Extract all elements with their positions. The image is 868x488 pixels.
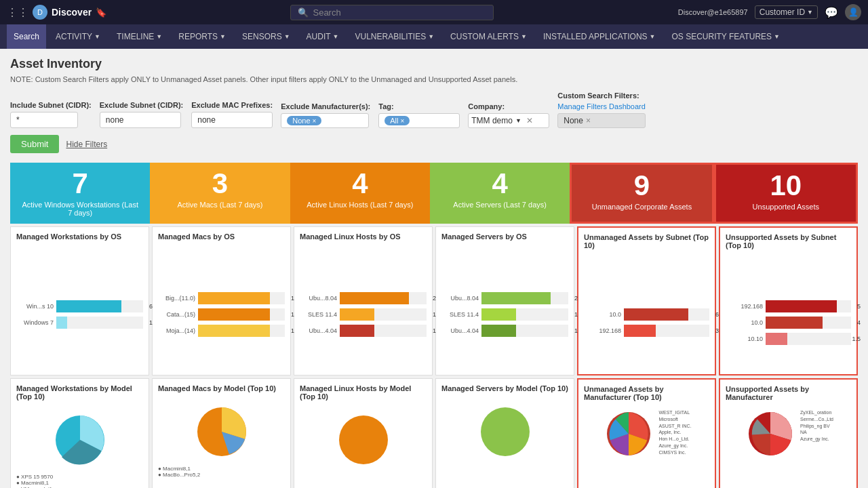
- bookmark-icon[interactable]: 🔖: [96, 7, 106, 18]
- exclude-mac-label: Exclude MAC Prefixes:: [191, 101, 273, 109]
- stat-macs[interactable]: 3 Active Macs (Last 7 days): [150, 163, 290, 224]
- linux-pie-chart: [333, 409, 394, 470]
- company-clear[interactable]: ✕: [524, 116, 535, 125]
- stat-windows[interactable]: 7 Active Windows Workstations (Last 7 da…: [10, 163, 150, 224]
- linux-bars: Ubu...8.04 2 SLES 11.4 1 Ubu...4.04: [300, 246, 427, 383]
- unsupported-mfr-legend: ZyXEL_oration Serme...Co.,Ltd Philips_ng…: [800, 409, 833, 443]
- app-logo: D: [33, 5, 47, 20]
- search-wrap[interactable]: 🔍 Search: [290, 5, 494, 20]
- chat-icon[interactable]: 💬: [825, 6, 838, 19]
- chevron-os: ▼: [774, 33, 780, 40]
- user-label: Discover@e1e65897: [678, 8, 748, 16]
- chart-servers-os: Managed Servers by OS Ubu...8.04 2 SLES …: [435, 226, 574, 375]
- chart-linux-model-title: Managed Linux Hosts by Model (Top 10): [300, 384, 427, 401]
- company-chevron: ▼: [515, 117, 521, 124]
- svg-point-3: [481, 407, 530, 456]
- grid-icon[interactable]: ⋮⋮: [7, 6, 28, 19]
- bar-row: 10.0 6: [584, 308, 709, 321]
- chevron-vuln: ▼: [428, 33, 434, 40]
- bar-row: Ubu...4.04 1: [441, 325, 568, 337]
- nav-reports[interactable]: REPORTS ▼: [172, 24, 233, 49]
- unmanaged-subnet-bars: 10.0 6 192.168 3: [584, 255, 709, 390]
- chevron-apps: ▼: [650, 33, 656, 40]
- chart-workstations-os: Managed Workstations by OS Win...s 10 6 …: [10, 226, 149, 375]
- chevron-alerts: ▼: [521, 33, 527, 40]
- company-label: Company:: [468, 102, 549, 110]
- manage-filters-link[interactable]: Manage Filters Dashboard: [557, 102, 646, 110]
- include-subnet-input[interactable]: [10, 112, 78, 128]
- include-subnet-group: Include Subnet (CIDR):: [10, 101, 92, 128]
- unmanaged-mfr-legend: WEST_IGITAL Microsoft ASUST_R INC. Apple…: [658, 409, 691, 456]
- charts-row1: Managed Workstations by OS Win...s 10 6 …: [10, 226, 858, 375]
- remove-mfr-chip[interactable]: ×: [313, 117, 317, 125]
- chevron-audit: ▼: [333, 33, 339, 40]
- chart-unsupported-subnet-title: Unsupported Assets by Subnet (Top 10): [726, 233, 851, 249]
- chevron-sensors: ▼: [284, 33, 290, 40]
- submit-button[interactable]: Submit: [10, 135, 59, 153]
- company-value: TMM demo: [471, 116, 513, 125]
- user-avatar[interactable]: 👤: [845, 4, 861, 20]
- stat-unmanaged-label: Unmanaged Corporate Assets: [582, 203, 701, 211]
- nav-search[interactable]: Search: [7, 24, 46, 49]
- macs-pie-chart: [191, 401, 252, 462]
- company-select[interactable]: TMM demo ▼ ✕: [468, 113, 549, 128]
- chart-unmanaged-mfr: Unmanaged Assets by Manufacturer (Top 10…: [577, 378, 716, 488]
- nav-activity[interactable]: ACTIVITY ▼: [49, 24, 107, 49]
- nav-audit[interactable]: AUDIT ▼: [300, 24, 346, 49]
- chart-workstations-model-title: Managed Workstations by Model (Top 10): [16, 384, 143, 401]
- bar-row: 192.168 3: [584, 325, 709, 337]
- chart-workstations-model: Managed Workstations by Model (Top 10) ●…: [10, 378, 149, 488]
- bar-row: Moja...(14) 1: [158, 325, 285, 337]
- exclude-subnet-input[interactable]: [100, 112, 181, 128]
- tag-label: Tag:: [378, 102, 460, 110]
- linux-pie-area: [300, 406, 427, 474]
- stat-unsupported[interactable]: 10 Unsupported Assets: [714, 163, 858, 224]
- servers-pie-chart: [475, 401, 536, 462]
- app-name: Discover: [52, 7, 92, 18]
- stat-linux[interactable]: 4 Active Linux Hosts (Last 7 days): [290, 163, 430, 224]
- bar-row: 192.168 5: [726, 300, 851, 312]
- exclude-mac-input[interactable]: [191, 112, 273, 128]
- chart-macs-os-title: Managed Macs by OS: [158, 232, 285, 241]
- stat-servers[interactable]: 4 Active Servers (Last 7 days): [430, 163, 570, 224]
- bar-row: 10.10 1.5: [726, 333, 851, 345]
- company-group: Company: TMM demo ▼ ✕: [468, 102, 549, 128]
- servers-pie-area: [441, 398, 568, 466]
- exclude-mfr-input[interactable]: None ×: [281, 113, 369, 128]
- stat-servers-label: Active Servers (Last 7 days): [440, 201, 559, 209]
- nav-custom-alerts[interactable]: CUSTOM ALERTS ▼: [443, 24, 534, 49]
- nav-installed-apps[interactable]: INSTALLED APPLICATIONS ▼: [536, 24, 663, 49]
- chart-macs-model: Managed Macs by Model (Top 10) ● Macmini…: [152, 378, 291, 488]
- search-icon: 🔍: [298, 7, 309, 18]
- remove-tag-chip[interactable]: ×: [401, 117, 405, 125]
- macs-model-legend: ● Macmini8,1 ● MacBo...Pro5,2: [158, 466, 285, 478]
- chart-unsupported-subnet: Unsupported Assets by Subnet (Top 10) 19…: [719, 226, 858, 375]
- remove-custom-chip[interactable]: ×: [586, 116, 591, 125]
- stat-linux-label: Active Linux Hosts (Last 7 days): [300, 201, 420, 209]
- hide-filters-button[interactable]: Hide Filters: [66, 140, 107, 149]
- nav-vulnerabilities[interactable]: VULNERABILITIES ▼: [348, 24, 441, 49]
- nav-sensors[interactable]: SENSORS ▼: [235, 24, 297, 49]
- nav-os-security[interactable]: OS SECURITY FEATURES ▼: [665, 24, 787, 49]
- stat-unmanaged[interactable]: 9 Unmanaged Corporate Assets: [570, 163, 713, 224]
- stat-unsupported-label: Unsupported Assets: [726, 203, 846, 211]
- tag-input[interactable]: All ×: [378, 113, 460, 128]
- workstations-model-legend: ● XPS 15 9570 ● Macmini8,1 ● VMware_latf…: [16, 474, 143, 488]
- custom-search-filters: Custom Search Filters: Manage Filters Da…: [557, 92, 646, 128]
- macs-bars: Big...(11.0) 1 Cata...(15) 1 Moja...(14): [158, 246, 285, 383]
- filters-row: Include Subnet (CIDR): Exclude Subnet (C…: [10, 92, 858, 128]
- none-chip-custom[interactable]: None ×: [557, 113, 646, 128]
- bar-row: SLES 11.4 1: [300, 308, 427, 321]
- nav-bar: Search ACTIVITY ▼ TIMELINE ▼ REPORTS ▼ S…: [0, 24, 868, 49]
- nav-timeline[interactable]: TIMELINE ▼: [110, 24, 169, 49]
- stat-unmanaged-number: 9: [582, 171, 701, 200]
- svg-point-2: [339, 415, 388, 464]
- customer-id-btn[interactable]: Customer ID ▼: [755, 5, 818, 19]
- filter-buttons: Submit Hide Filters: [10, 135, 858, 153]
- chevron-activity: ▼: [94, 33, 100, 40]
- note-text: NOTE: Custom Search Filters apply ONLY t…: [10, 75, 858, 83]
- bar-row: Ubu...8.04 2: [300, 292, 427, 304]
- none-chip-mfr: None ×: [287, 116, 321, 125]
- search-box: 🔍 Search: [112, 5, 673, 20]
- chart-unsupported-mfr: Unsupported Assets by Manufacturer ZyXEL…: [719, 378, 858, 488]
